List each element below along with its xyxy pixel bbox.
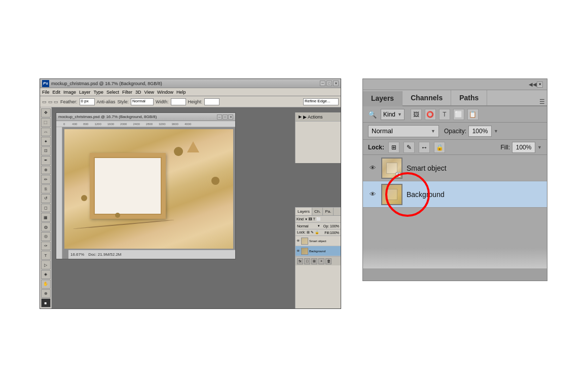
filter-adjustment-icon[interactable]: ⭕ [425, 109, 436, 120]
style-label: Style: [118, 99, 129, 104]
tool-move[interactable]: ✥ [41, 108, 51, 118]
tool-magic-wand[interactable]: ✦ [41, 137, 51, 146]
fill-dropdown-arrow[interactable]: ▼ [537, 145, 542, 150]
tab-paths[interactable]: Paths [451, 90, 487, 105]
lp-arrow-left[interactable]: ◀◀ [529, 82, 537, 87]
ps-options-bar: ▭ ▭ ▭ Feather: 0 px Anti-alias Style: No… [40, 96, 341, 107]
layers-mini-tabs: Layers Ch. Pa. [296, 208, 341, 216]
filter-pixel-icon[interactable]: 🖼 [411, 109, 422, 120]
mini-add-style[interactable]: fx [297, 258, 303, 264]
minimize-button[interactable]: ─ [320, 81, 325, 86]
maximize-button[interactable]: □ [326, 81, 332, 86]
tool-fg-bg-colors[interactable]: ■ [41, 298, 51, 307]
blend-mode-select[interactable]: Normal ▼ [368, 125, 439, 137]
lock-position-icon[interactable]: ✎ [403, 142, 415, 153]
layer-background[interactable]: 👁 Background [363, 181, 547, 208]
mini-add-mask[interactable]: □ [304, 258, 310, 264]
opacity-label: Opacity: [444, 128, 466, 135]
menu-image[interactable]: Image [63, 90, 76, 95]
tool-lasso[interactable]: ⌓ [41, 128, 51, 137]
menu-3d[interactable]: 3D [135, 90, 141, 95]
layers-mini-tab-paths[interactable]: Pa. [323, 208, 334, 215]
tool-gradient[interactable]: ▦ [41, 213, 51, 222]
fill-value[interactable]: 100% [512, 142, 535, 153]
tool-marquee[interactable]: ⬚ [41, 118, 51, 127]
menu-help[interactable]: Help [176, 90, 186, 95]
lock-pixels-icon[interactable]: ⊞ [388, 142, 399, 153]
tab-channels[interactable]: Channels [402, 90, 451, 105]
menu-view[interactable]: View [144, 90, 154, 95]
ps-toolbox: ✥ ⬚ ⌓ ✦ ⊡ ✒ ⊕ ✏ ⎘ ↺ ◻ ▦ ◍ ◎ ✑ T ▷ ◈ ✋ ⊕ … [40, 107, 52, 308]
layers-mini-tab-layers[interactable]: Layers [296, 208, 312, 215]
lock-move-icon[interactable]: ↔ [419, 142, 430, 153]
doc-minimize[interactable]: ─ [217, 114, 222, 120]
menu-file[interactable]: File [42, 90, 50, 95]
menu-filter[interactable]: Filter [122, 90, 132, 95]
tool-eraser[interactable]: ◻ [41, 204, 51, 213]
tool-path-select[interactable]: ▷ [41, 260, 51, 269]
doc-controls[interactable]: ─ □ ✕ [217, 114, 233, 120]
layers-mini-blend: Lock: ⊞ ✎ 🔒 Fill:100% [296, 229, 341, 236]
tool-hand[interactable]: ✋ [41, 280, 51, 289]
opacity-dropdown-arrow[interactable]: ▼ [494, 129, 498, 134]
lp-gradient-bottom [363, 248, 547, 268]
tool-text[interactable]: T [41, 251, 51, 260]
actions-panel-title: ▶ ▶ Actions [296, 112, 341, 122]
layers-mini-footer: fx □ ⊞ + 🗑 [296, 256, 341, 265]
doc-close[interactable]: ✕ [228, 114, 233, 120]
tool-shape[interactable]: ◈ [41, 270, 51, 279]
mini-layer-bg[interactable]: 👁 Background [296, 246, 341, 256]
style-select[interactable]: Normal [131, 98, 154, 105]
tool-dodge[interactable]: ◎ [41, 232, 51, 241]
photoshop-window: Ps mockup_christmas.psd @ 16.7% (Backgro… [40, 79, 341, 309]
mini-new-layer[interactable]: + [318, 258, 324, 264]
mini-layer-smart[interactable]: 👁 Smart object [296, 236, 341, 246]
window-controls[interactable]: ─ □ ✕ [320, 81, 339, 86]
tool-pen[interactable]: ✑ [41, 242, 51, 251]
close-button[interactable]: ✕ [333, 81, 339, 86]
mini-eye-smart[interactable]: 👁 [297, 239, 300, 243]
menu-select[interactable]: Select [106, 90, 119, 95]
tool-brush[interactable]: ✏ [41, 175, 51, 184]
ps-ruler-horizontal: 040080012001600200024002800320036004000 [56, 121, 235, 127]
ps-document-window: mockup_christmas.psd @ 16.7% (Background… [56, 112, 236, 259]
tool-blur[interactable]: ◍ [41, 222, 51, 231]
mini-eye-bg[interactable]: 👁 [297, 249, 300, 253]
menu-window[interactable]: Window [157, 90, 173, 95]
height-input[interactable] [204, 98, 219, 105]
opacity-value[interactable]: 100% [468, 126, 492, 137]
menu-edit[interactable]: Edit [53, 90, 61, 95]
feather-input[interactable]: 0 px [80, 98, 95, 105]
refine-edge-button[interactable]: Refine Edge... [303, 98, 339, 105]
tab-layers[interactable]: Layers [363, 91, 402, 106]
lp-empty-space [363, 208, 547, 248]
menu-type[interactable]: Type [94, 90, 104, 95]
tool-clone[interactable]: ⎘ [41, 184, 51, 193]
filter-smart-icon[interactable]: 📋 [467, 109, 479, 120]
ps-ruler-vertical [56, 127, 62, 259]
tool-zoom[interactable]: ⊕ [41, 289, 51, 298]
tool-spot-heal[interactable]: ⊕ [41, 166, 51, 175]
tool-eyedropper[interactable]: ✒ [41, 156, 51, 165]
layer-smart-object[interactable]: 👁 ⧉ Smart object [363, 155, 547, 181]
filter-type-icon[interactable]: T [439, 109, 450, 120]
eye-background[interactable]: 👁 [368, 190, 377, 199]
frame-object [90, 153, 166, 219]
width-input[interactable] [171, 98, 186, 105]
ps-doc-statusbar: 16.67% Doc: 21.9M/52.2M [68, 250, 235, 259]
kind-dropdown-arrow: ▼ [397, 112, 402, 117]
lp-panel-menu[interactable]: ☰ [539, 98, 545, 105]
lock-all-icon[interactable]: 🔒 [434, 142, 445, 153]
eye-smart-object[interactable]: 👁 [368, 164, 377, 173]
filter-shape-icon[interactable]: ⬜ [453, 109, 464, 120]
mini-new-group[interactable]: ⊞ [311, 258, 317, 264]
kind-select[interactable]: Kind ▼ [381, 109, 405, 120]
mini-delete-layer[interactable]: 🗑 [325, 258, 332, 264]
menu-layer[interactable]: Layer [79, 90, 91, 95]
layers-mini-tab-channels[interactable]: Ch. [312, 208, 323, 215]
tool-crop[interactable]: ⊡ [41, 146, 51, 155]
tool-history[interactable]: ↺ [41, 194, 51, 203]
lp-close-button[interactable]: ✕ [537, 82, 543, 88]
doc-maximize[interactable]: □ [223, 114, 228, 120]
zoom-level: 16.67% [70, 252, 84, 257]
